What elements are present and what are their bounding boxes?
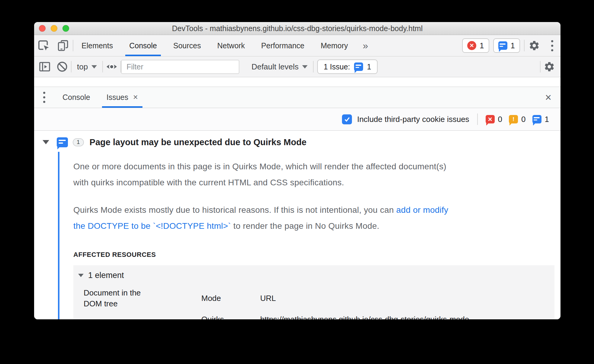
checkmark-icon xyxy=(343,116,351,123)
clear-console-button[interactable] xyxy=(53,61,71,73)
tab-sources[interactable]: Sources xyxy=(165,35,209,56)
console-toolbar: top Default levels 1 Issue: 1 xyxy=(34,56,560,77)
devtools-window: DevTools - mathiasbynens.github.io/css-d… xyxy=(34,22,560,319)
divider xyxy=(313,61,314,72)
column-header-mode: Mode xyxy=(201,293,260,304)
gear-icon xyxy=(544,61,555,72)
close-issues-tab-icon[interactable]: × xyxy=(133,93,138,102)
tab-console[interactable]: Console xyxy=(121,35,165,56)
collapse-elements-icon[interactable] xyxy=(78,274,84,277)
third-party-cookie-label: Include third-party cookie issues xyxy=(357,115,469,124)
titlebar: DevTools - mathiasbynens.github.io/css-d… xyxy=(34,22,560,35)
inspect-element-button[interactable] xyxy=(34,35,53,56)
issues-count-button[interactable]: 1 xyxy=(493,38,520,53)
tab-network[interactable]: Network xyxy=(209,35,253,56)
filter-input[interactable] xyxy=(121,60,239,74)
warning-bubble-icon: ! xyxy=(509,115,518,123)
column-header-document: Document in the DOM tree xyxy=(84,287,159,309)
more-tabs-button[interactable]: » xyxy=(356,40,375,51)
live-expression-button[interactable] xyxy=(103,60,120,73)
console-messages-area xyxy=(34,77,560,87)
third-party-cookie-checkbox[interactable] xyxy=(342,114,352,124)
tab-elements[interactable]: Elements xyxy=(73,35,121,56)
issue-title: Page layout may be unexpected due to Qui… xyxy=(90,137,307,147)
inspect-icon xyxy=(38,40,50,52)
drawer-tabbar: Console Issues × × xyxy=(34,87,560,108)
collapse-issue-icon[interactable] xyxy=(43,140,49,144)
affected-resources-box: 1 element Document in the DOM tree Mode … xyxy=(73,265,554,319)
context-selector[interactable]: top xyxy=(72,62,102,72)
window-title: DevTools - mathiasbynens.github.io/css-d… xyxy=(34,24,560,33)
main-tabbar: Elements Console Sources Network Perform… xyxy=(34,35,560,56)
issue-button-text: 1 Issue: xyxy=(324,62,350,71)
issue-paragraph-2-post: to render the page in No Quirks Mode. xyxy=(231,221,379,231)
chevron-down-icon xyxy=(302,65,308,69)
affected-resources-table: Document in the DOM tree Mode URL docume… xyxy=(78,287,548,319)
log-levels-label: Default levels xyxy=(251,62,299,72)
divider xyxy=(477,113,478,125)
message-bubble-icon xyxy=(532,115,541,123)
clear-console-icon xyxy=(56,61,68,73)
settings-button[interactable] xyxy=(525,35,544,56)
console-settings-button[interactable] xyxy=(541,61,558,72)
toggle-device-toolbar-button[interactable] xyxy=(53,35,73,56)
issues-toolbar: Include third-party cookie issues ✕ 0 ! … xyxy=(34,108,560,131)
device-toolbar-icon xyxy=(57,40,69,52)
issues-counter-button[interactable]: 1 Issue: 1 xyxy=(317,59,377,74)
element-group-toggle[interactable]: 1 element xyxy=(78,271,548,280)
issue-header[interactable]: 1 Page layout may be unexpected due to Q… xyxy=(34,133,560,152)
issue-body: One or more documents in this page is in… xyxy=(58,152,560,319)
message-count: 1 xyxy=(511,41,515,50)
drawer-tab-issues[interactable]: Issues × xyxy=(98,87,146,108)
table-row-url-cell: https://mathiasbynens.github.io/css-dbg-… xyxy=(260,314,502,319)
issues-warning-count: ! 0 xyxy=(509,115,525,124)
issues-panel: 1 Page layout may be unexpected due to Q… xyxy=(34,131,560,319)
gear-icon xyxy=(529,40,540,51)
error-bubble-icon: ✕ xyxy=(486,115,495,123)
chevron-down-icon xyxy=(91,65,97,69)
element-group-label: 1 element xyxy=(88,271,124,280)
affected-resources-label: AFFECTED RESOURCES xyxy=(73,251,560,259)
table-row-mode-cell: Quirks Mode xyxy=(201,314,235,319)
warning-count-value: 0 xyxy=(521,115,525,124)
issues-error-count: ✕ 0 xyxy=(486,115,502,124)
show-console-sidebar-button[interactable] xyxy=(36,61,53,73)
issue-paragraph-2-pre: Quirks Mode exists mostly due to histori… xyxy=(73,205,396,215)
error-count-value: 0 xyxy=(498,115,502,124)
issue-paragraph-1: One or more documents in this page is in… xyxy=(73,158,544,190)
console-sidebar-icon xyxy=(39,61,51,73)
drawer-menu-button[interactable] xyxy=(34,92,54,103)
tab-performance[interactable]: Performance xyxy=(253,35,312,56)
issue-paragraph-2: Quirks Mode exists mostly due to histori… xyxy=(73,202,544,234)
issues-message-count: 1 xyxy=(532,115,549,124)
drawer-tab-console-label: Console xyxy=(62,93,90,102)
error-count: 1 xyxy=(480,41,484,50)
log-levels-selector[interactable]: Default levels xyxy=(246,62,313,72)
column-header-url: URL xyxy=(260,293,548,304)
close-drawer-button[interactable]: × xyxy=(545,91,551,104)
context-label: top xyxy=(77,62,88,72)
message-bubble-icon xyxy=(354,62,363,71)
message-count-value: 1 xyxy=(545,115,549,124)
error-icon: ✕ xyxy=(467,41,476,50)
drawer-tab-console[interactable]: Console xyxy=(54,87,98,108)
issue-button-count: 1 xyxy=(367,62,371,71)
eye-icon xyxy=(105,60,118,73)
issue-count-badge: 1 xyxy=(73,138,84,146)
main-menu-button[interactable] xyxy=(544,40,560,51)
error-count-button[interactable]: ✕ 1 xyxy=(462,38,489,53)
message-bubble-icon xyxy=(498,41,507,50)
tab-memory[interactable]: Memory xyxy=(312,35,356,56)
drawer-tab-issues-label: Issues xyxy=(107,93,128,102)
issue-bubble-icon xyxy=(57,137,68,147)
